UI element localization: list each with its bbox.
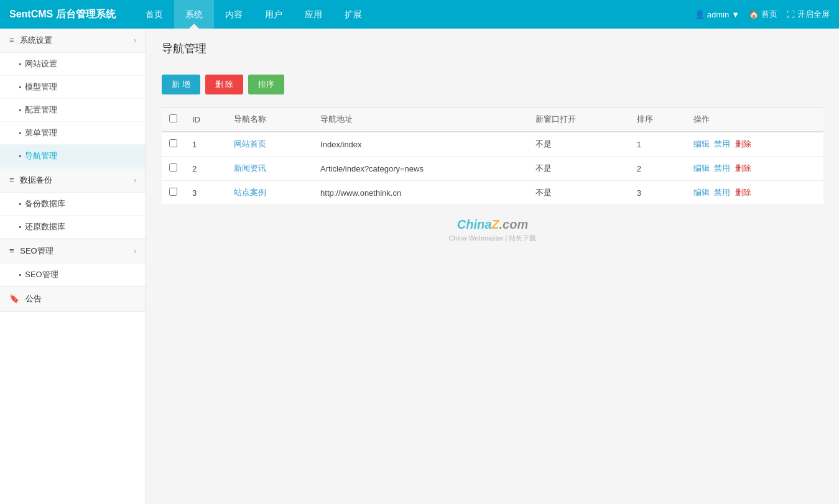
sidebar-item-backup-db-label: 备份数据库 [25, 198, 65, 209]
col-new-window: 新窗口打开 [528, 108, 629, 132]
chinaz-subtext: China Webmaster | 站长下载 [174, 234, 811, 243]
disable-link-0[interactable]: 禁用 [714, 139, 730, 149]
brand-name: SentCMS 后台管理系统 [9, 8, 116, 21]
disable-link-2[interactable]: 禁用 [714, 188, 730, 197]
col-sort: 排序 [629, 108, 686, 132]
sidebar-item-config-label: 配置管理 [25, 104, 57, 116]
admin-chevron-icon: ▼ [731, 10, 739, 19]
sidebar-item-website-settings-label: 网站设置 [25, 58, 57, 70]
sidebar-item-nav-management[interactable]: ▪ 导航管理 [0, 145, 146, 168]
row-checkbox-cell [162, 157, 185, 181]
nav-users[interactable]: 用户 [254, 0, 294, 29]
chevron-right-icon-3: › [134, 247, 136, 255]
watermark: ChinaZ.com China Webmaster | 站长下载 [162, 205, 823, 255]
admin-icon: 👤 [695, 10, 705, 19]
sidebar-item-config-management[interactable]: ▪ 配置管理 [0, 99, 146, 122]
menu-icon-seo: ≡ [9, 246, 14, 255]
row-checkbox-2[interactable] [169, 188, 177, 196]
fullscreen-icon: ⛶ [787, 10, 795, 19]
row-name-link[interactable]: 网站首页 [234, 139, 266, 149]
table-row: 3 站点案例 http://www.onethink.cn 不是 3 编辑 禁用… [162, 181, 823, 205]
row-address: http://www.onethink.cn [313, 181, 528, 205]
admin-label: admin [707, 10, 729, 19]
col-id: ID [185, 108, 226, 132]
row-name: 新闻资讯 [226, 157, 313, 181]
row-checkbox-cell [162, 181, 185, 205]
fullscreen-button[interactable]: ⛶ 开启全屏 [787, 9, 830, 20]
nav-extend[interactable]: 扩展 [333, 0, 373, 29]
right-actions: 👤 admin ▼ 🏠 首页 ⛶ 开启全屏 [695, 9, 830, 20]
row-address: Article/index?category=news [313, 157, 528, 181]
row-actions: 编辑 禁用 删除 [686, 157, 823, 181]
col-checkbox [162, 108, 185, 132]
add-button[interactable]: 新 增 [162, 75, 200, 94]
file-icon-3: ▪ [19, 106, 21, 114]
file-icon-4: ▪ [19, 129, 21, 137]
delete-link-2[interactable]: 删除 [735, 188, 751, 197]
edit-link-1[interactable]: 编辑 [693, 163, 710, 173]
sort-button[interactable]: 排序 [248, 75, 284, 94]
table-row: 1 网站首页 Index/index 不是 1 编辑 禁用 删除 [162, 132, 823, 157]
fullscreen-label: 开启全屏 [797, 9, 830, 20]
delete-link-0[interactable]: 删除 [735, 139, 751, 149]
sidebar-section-header-backup[interactable]: ≡ 数据备份 › [0, 168, 146, 193]
main-content: 导航管理 新 增 删 除 排序 ID 导航名称 导航地址 新窗口打开 排序 操作 [146, 29, 839, 504]
nav-system[interactable]: 系统 [174, 0, 214, 29]
sidebar-section-header-seo[interactable]: ≡ SEO管理 › [0, 239, 146, 263]
admin-menu-button[interactable]: 👤 admin ▼ [695, 10, 739, 19]
nav-apps[interactable]: 应用 [294, 0, 333, 29]
row-sort: 2 [629, 157, 686, 181]
delete-link-1[interactable]: 删除 [735, 163, 751, 173]
row-id: 1 [185, 132, 226, 157]
sidebar-item-seo-label: SEO管理 [25, 269, 58, 280]
nav-home[interactable]: 首页 [134, 0, 174, 29]
sidebar-item-nav-label: 导航管理 [25, 150, 57, 162]
sidebar-item-restore-db-label: 还原数据库 [25, 221, 65, 232]
row-actions: 编辑 禁用 删除 [686, 132, 823, 157]
sidebar-section-system-settings: ≡ 系统设置 › ▪ 网站设置 ▪ 模型管理 ▪ 配置管理 ▪ 菜单管理 [0, 29, 146, 168]
sidebar-item-website-settings[interactable]: ▪ 网站设置 [0, 53, 146, 76]
sidebar-item-seo[interactable]: ▪ SEO管理 [0, 263, 146, 286]
page-title: 导航管理 [162, 41, 823, 62]
menu-icon-backup: ≡ [9, 175, 14, 185]
file-icon-5: ▪ [19, 152, 21, 160]
row-checkbox-0[interactable] [169, 139, 177, 147]
sidebar-section-header-announcement[interactable]: 🔖 公告 [0, 287, 146, 311]
disable-link-1[interactable]: 禁用 [714, 163, 730, 173]
sidebar-section-backup-label: 数据备份 [20, 175, 52, 185]
chinaz-logo: ChinaZ.com [174, 218, 811, 232]
row-id: 2 [185, 157, 226, 181]
home-label: 首页 [761, 9, 777, 20]
top-navigation: SentCMS 后台管理系统 首页 系统 内容 用户 应用 扩展 👤 admin… [0, 0, 839, 29]
sidebar-section-seo: ≡ SEO管理 › ▪ SEO管理 [0, 239, 146, 287]
row-new-window: 不是 [528, 181, 629, 205]
file-icon-8: ▪ [19, 270, 21, 279]
sidebar-section-announcement-label: 公告 [25, 294, 42, 303]
row-name-link[interactable]: 站点案例 [234, 188, 266, 197]
row-sort: 1 [629, 132, 686, 157]
sidebar-section-seo-label: SEO管理 [20, 246, 53, 255]
row-sort: 3 [629, 181, 686, 205]
sidebar-item-menu-management[interactable]: ▪ 菜单管理 [0, 122, 146, 145]
nav-links: 首页 系统 内容 用户 应用 扩展 [134, 0, 695, 29]
col-actions: 操作 [686, 108, 823, 132]
home-button[interactable]: 🏠 首页 [749, 9, 777, 20]
sidebar-item-model-management[interactable]: ▪ 模型管理 [0, 76, 146, 99]
row-name-link[interactable]: 新闻资讯 [234, 163, 266, 173]
sidebar-section-header-system[interactable]: ≡ 系统设置 › [0, 29, 146, 53]
nav-content[interactable]: 内容 [214, 0, 254, 29]
edit-link-0[interactable]: 编辑 [693, 139, 710, 149]
sidebar-item-restore-db[interactable]: ▪ 还原数据库 [0, 216, 146, 239]
row-id: 3 [185, 181, 226, 205]
sidebar-item-backup-db[interactable]: ▪ 备份数据库 [0, 193, 146, 216]
delete-button[interactable]: 删 除 [205, 75, 244, 94]
row-name: 站点案例 [226, 181, 313, 205]
col-address: 导航地址 [313, 108, 528, 132]
row-address: Index/index [313, 132, 528, 157]
edit-link-2[interactable]: 编辑 [693, 188, 710, 197]
sidebar: ≡ 系统设置 › ▪ 网站设置 ▪ 模型管理 ▪ 配置管理 ▪ 菜单管理 [0, 29, 146, 504]
main-layout: ≡ 系统设置 › ▪ 网站设置 ▪ 模型管理 ▪ 配置管理 ▪ 菜单管理 [0, 29, 839, 504]
chevron-right-icon-2: › [134, 176, 136, 185]
select-all-checkbox[interactable] [169, 114, 177, 122]
row-checkbox-1[interactable] [169, 163, 177, 172]
